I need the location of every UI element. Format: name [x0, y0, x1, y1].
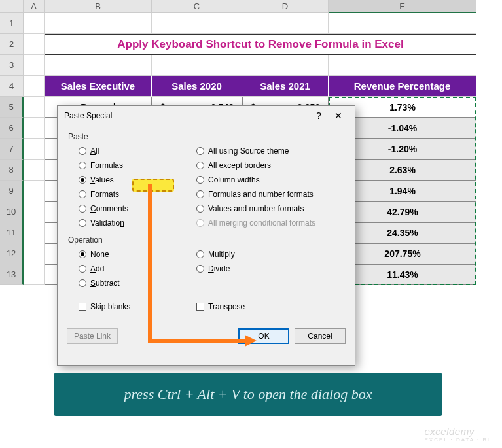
op-radio-r0[interactable]: Multiply [185, 247, 346, 262]
skip-blanks-checkbox[interactable]: Skip blanks [67, 300, 185, 314]
paste-group-label: Paste [68, 132, 346, 141]
paste-radio-4[interactable]: Comments [67, 201, 185, 216]
col-C[interactable]: C [152, 0, 242, 13]
paste-radio-r0[interactable]: All using Source theme [185, 144, 346, 158]
row-11[interactable]: 11 [0, 222, 24, 243]
transpose-checkbox[interactable]: Transpose [185, 300, 346, 314]
ok-button[interactable]: OK [238, 328, 289, 344]
hdr-exec: Sales Executive [45, 76, 152, 97]
select-all-corner[interactable] [0, 0, 24, 13]
col-B[interactable]: B [45, 0, 152, 13]
help-icon[interactable]: ? [309, 111, 329, 121]
paste-radio-r3[interactable]: Formulas and number formats [185, 187, 346, 201]
column-headers: A B C D E [0, 0, 502, 13]
paste-radio-r1[interactable]: All except borders [185, 158, 346, 173]
row-8[interactable]: 8 [0, 160, 24, 181]
page-title: Apply Keyboard Shortcut to Remove Formul… [45, 34, 476, 55]
paste-special-dialog: Paste Special ? ✕ Paste AllFormulasValue… [57, 105, 355, 366]
paste-link-button[interactable]: Paste Link [67, 328, 118, 344]
hdr-pct: Revenue Percentage [329, 76, 476, 97]
row-9[interactable]: 9 [0, 181, 24, 201]
col-E[interactable]: E [329, 0, 476, 13]
row-3[interactable]: 3 [0, 55, 24, 76]
col-D[interactable]: D [242, 0, 329, 13]
op-radio-1[interactable]: Add [67, 262, 185, 276]
hdr-2021: Sales 2021 [242, 76, 329, 97]
row-10[interactable]: 10 [0, 201, 24, 222]
row-5[interactable]: 5 [0, 97, 24, 118]
paste-radio-r5: All merging conditional formats [185, 216, 346, 230]
operation-group-label: Operation [68, 235, 346, 245]
row-headers: 1 2 3 4 5 6 7 8 9 10 11 12 13 [0, 13, 24, 285]
paste-radio-5[interactable]: Validation [67, 216, 185, 230]
op-radio-2[interactable]: Subtract [67, 276, 185, 290]
op-radio-0[interactable]: None [67, 247, 185, 262]
paste-radio-r2[interactable]: Column widths [185, 173, 346, 187]
paste-radio-1[interactable]: Formulas [67, 158, 185, 173]
paste-radio-0[interactable]: All [67, 144, 185, 158]
col-A[interactable]: A [24, 0, 45, 13]
op-radio-r1[interactable]: Divide [185, 262, 346, 276]
row-13[interactable]: 13 [0, 264, 24, 285]
instruction-banner: press Ctrl + Alt + V to open the dialog … [54, 373, 442, 416]
row-6[interactable]: 6 [0, 118, 24, 139]
paste-radio-r4[interactable]: Values and number formats [185, 201, 346, 216]
paste-radio-2[interactable]: Values [67, 173, 185, 187]
row-7[interactable]: 7 [0, 139, 24, 160]
close-icon[interactable]: ✕ [329, 111, 348, 121]
row-2[interactable]: 2 [0, 34, 24, 55]
watermark: exceldemy EXCEL · DATA · BI [424, 426, 490, 443]
row-4[interactable]: 4 [0, 76, 24, 97]
row-12[interactable]: 12 [0, 243, 24, 264]
paste-radio-3[interactable]: Formats [67, 187, 185, 201]
cancel-button[interactable]: Cancel [295, 328, 346, 344]
dialog-title: Paste Special [64, 111, 112, 120]
dialog-titlebar[interactable]: Paste Special ? ✕ [58, 106, 355, 126]
hdr-2020: Sales 2020 [152, 76, 242, 97]
row-1[interactable]: 1 [0, 13, 24, 34]
